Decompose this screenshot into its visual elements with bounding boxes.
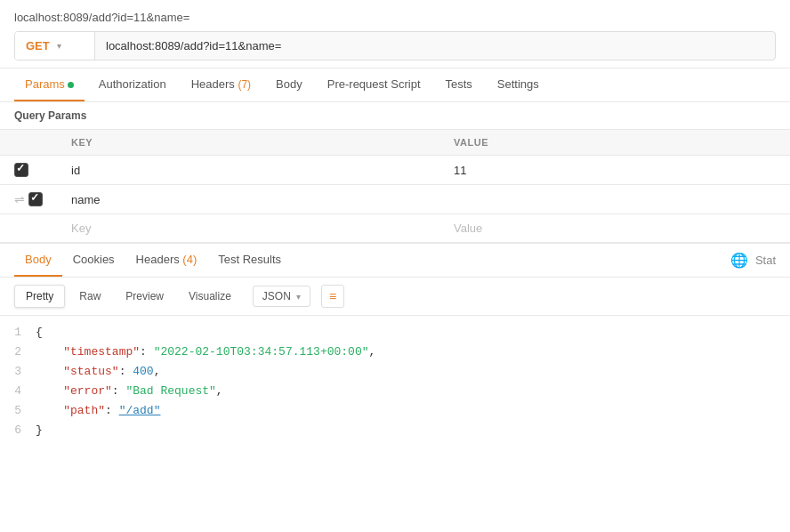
col-header-key: KEY [57, 130, 439, 156]
code-line-2: 2 "timestamp": "2022-02-10T03:34:57.113+… [0, 343, 790, 362]
json-chevron-icon: ▾ [296, 292, 301, 302]
query-params-label: Query Params [0, 102, 790, 130]
url-bar-area: localhost:8089/add?id=11&name= GET ▾ [0, 0, 790, 69]
status-text: Stat [755, 254, 776, 267]
response-tab-body[interactable]: Body [14, 244, 62, 277]
response-headers-badge: (4) [182, 253, 197, 266]
response-tabs-row: Body Cookies Headers (4) Test Results 🌐 … [0, 244, 790, 278]
params-table: KEY VALUE id 11 ⇌ [0, 130, 790, 243]
response-tab-headers[interactable]: Headers (4) [125, 244, 208, 277]
drag-handle-icon[interactable]: ⇌ [14, 192, 25, 206]
table-empty-row: Key Value [0, 214, 790, 243]
table-row: ⇌ name [0, 185, 790, 214]
filter-icon-btn[interactable]: ≡ [321, 285, 344, 308]
row1-checkbox[interactable] [14, 163, 28, 177]
empty-row-actions [0, 214, 57, 243]
empty-row-key: Key [57, 214, 439, 243]
col-header-actions [0, 130, 57, 156]
row1-actions [0, 156, 57, 185]
response-toolbar: Pretty Raw Preview Visualize JSON ▾ ≡ [0, 278, 790, 316]
method-selector[interactable]: GET ▾ [15, 32, 95, 60]
headers-badge: (7) [238, 78, 251, 91]
col-header-value: VALUE [439, 130, 790, 156]
row2-value [439, 185, 790, 214]
tab-authorization[interactable]: Authorization [88, 69, 177, 101]
url-row: GET ▾ [14, 31, 776, 60]
url-breadcrumb: localhost:8089/add?id=11&name= [14, 11, 776, 24]
request-tabs-row: Params Authorization Headers (7) Body Pr… [0, 69, 790, 102]
tab-body[interactable]: Body [265, 69, 313, 101]
params-dot [68, 82, 74, 88]
code-block: 1 { 2 "timestamp": "2022-02-10T03:34:57.… [0, 316, 790, 448]
format-pretty-btn[interactable]: Pretty [14, 285, 65, 308]
row1-value: 11 [439, 156, 790, 185]
globe-icon: 🌐 [730, 252, 748, 269]
tab-prerequest[interactable]: Pre-request Script [317, 69, 431, 101]
code-line-4: 4 "error": "Bad Request", [0, 382, 790, 401]
json-format-selector[interactable]: JSON ▾ [253, 286, 310, 307]
row2-key: name [57, 185, 439, 214]
url-input[interactable] [95, 32, 775, 60]
tab-headers[interactable]: Headers (7) [181, 69, 262, 101]
tab-params[interactable]: Params [14, 69, 85, 101]
chevron-down-icon: ▾ [57, 41, 61, 51]
format-raw-btn[interactable]: Raw [69, 286, 111, 307]
format-visualize-btn[interactable]: Visualize [178, 286, 242, 307]
filter-icon: ≡ [329, 289, 336, 303]
table-row: id 11 [0, 156, 790, 185]
response-right-controls: 🌐 Stat [730, 252, 776, 269]
code-line-5: 5 "path": "/add" [0, 401, 790, 421]
method-label: GET [26, 39, 50, 52]
format-preview-btn[interactable]: Preview [115, 286, 174, 307]
response-tab-test-results[interactable]: Test Results [207, 244, 292, 277]
tab-tests[interactable]: Tests [435, 69, 483, 101]
code-line-1: 1 { [0, 323, 790, 343]
code-line-3: 3 "status": 400, [0, 362, 790, 382]
response-tab-cookies[interactable]: Cookies [62, 244, 125, 277]
empty-row-value: Value [439, 214, 790, 243]
row1-key: id [57, 156, 439, 185]
row2-actions: ⇌ [0, 185, 57, 214]
code-line-6: 6 } [0, 421, 790, 440]
row2-checkbox[interactable] [28, 192, 43, 206]
tab-settings[interactable]: Settings [487, 69, 550, 101]
response-section: Body Cookies Headers (4) Test Results 🌐 … [0, 243, 790, 448]
